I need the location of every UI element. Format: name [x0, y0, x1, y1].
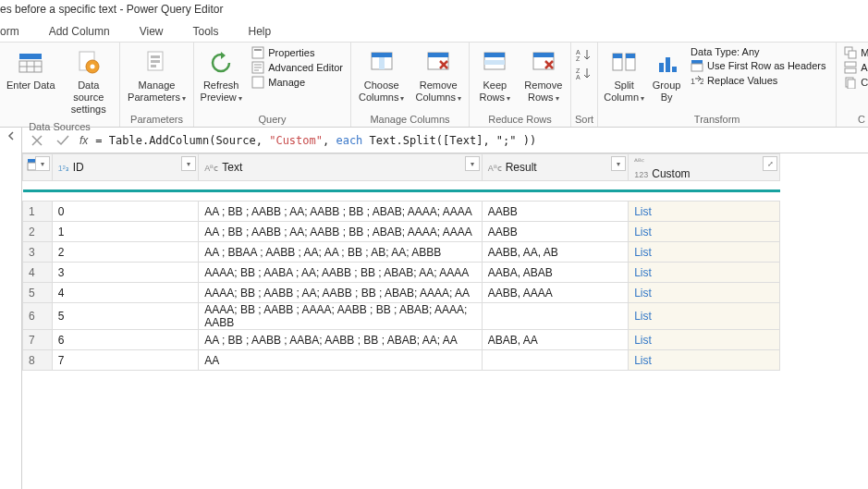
group-by-button[interactable]: Group By [650, 44, 683, 107]
table-row[interactable]: 76AA ; BB ; AABB ; AABA; AABB ; BB ; ABA… [23, 330, 780, 350]
menu-add-column[interactable]: Add Column [49, 25, 110, 38]
data-source-settings-button[interactable]: Data source settings [62, 44, 116, 119]
table-row[interactable]: 10AA ; BB ; AABB ; AA; AABB ; BB ; ABAB;… [23, 202, 780, 222]
keep-rows-button[interactable]: KeepRows [473, 44, 517, 108]
remove-rows-icon [529, 48, 558, 78]
advanced-editor-button[interactable]: Advanced Editor [251, 61, 343, 74]
cell-id[interactable]: 0 [52, 202, 199, 222]
data-type-dropdown[interactable]: Data Type: Any [691, 46, 829, 57]
choose-columns-icon [367, 48, 397, 78]
manage-button[interactable]: Manage [251, 76, 343, 89]
cell-result[interactable]: AABB, AAAA [482, 283, 629, 303]
svg-rect-50 [845, 62, 856, 67]
column-header-custom[interactable]: ᴬᴮᶜ123Custom⤢ [629, 154, 780, 181]
table-row[interactable]: 32AA ; BBAA ; AABB ; AA; AA ; BB ; AB; A… [23, 242, 780, 263]
filter-button[interactable]: ▾ [465, 156, 480, 171]
merge-queries-button[interactable]: Mer [844, 46, 868, 59]
menu-tools[interactable]: Tools [193, 25, 219, 38]
confirm-formula-button[interactable] [54, 131, 72, 150]
column-header-text[interactable]: AᴮᴄText▾ [199, 154, 482, 181]
cell-custom[interactable]: List [629, 242, 780, 263]
row-number[interactable]: 8 [23, 350, 53, 371]
combine-files-button[interactable]: Cor [844, 76, 868, 89]
cell-text[interactable]: AA [199, 350, 482, 371]
menu-transform[interactable]: orm [0, 25, 19, 38]
cell-custom[interactable]: List [629, 350, 780, 371]
table-row[interactable]: 43AAAA; BB ; AABA ; AA; AABB ; BB ; ABAB… [23, 263, 780, 283]
svg-point-7 [90, 65, 94, 69]
cell-id[interactable]: 6 [52, 330, 199, 350]
append-queries-button[interactable]: App [844, 61, 868, 74]
cell-result[interactable] [482, 350, 629, 371]
cell-id[interactable]: 7 [52, 350, 199, 371]
cell-text[interactable]: AAAA; BB ; AABB ; AA; AABB ; BB ; ABAB; … [199, 283, 482, 303]
enter-data-button[interactable]: Enter Data [4, 44, 58, 95]
expand-button[interactable]: ⤢ [763, 156, 777, 171]
column-header-id[interactable]: 1²₃ID▾ [52, 154, 199, 181]
cancel-formula-button[interactable] [28, 131, 46, 150]
svg-text:A: A [576, 74, 581, 80]
table-row[interactable]: 21AA ; BB ; AABB ; AA; AABB ; BB ; ABAB;… [23, 222, 780, 242]
cell-id[interactable]: 1 [52, 222, 199, 242]
properties-button[interactable]: Properties [251, 46, 343, 59]
cell-result[interactable]: AABB [482, 222, 629, 242]
menu-help[interactable]: Help [249, 25, 272, 38]
table-row[interactable]: 87AAList [23, 350, 780, 371]
manage-parameters-button[interactable]: ManageParameters [124, 44, 189, 108]
cell-id[interactable]: 3 [52, 263, 199, 283]
queries-pane-toggle[interactable] [0, 128, 22, 489]
svg-text:Z: Z [576, 55, 581, 62]
row-number[interactable]: 6 [23, 303, 53, 330]
split-column-button[interactable]: SplitColumn [602, 44, 646, 108]
sort-asc-button[interactable]: AZ [576, 48, 593, 63]
cell-id[interactable]: 2 [52, 242, 199, 263]
row-number[interactable]: 5 [23, 283, 53, 303]
table-row[interactable]: 54AAAA; BB ; AABB ; AA; AABB ; BB ; ABAB… [23, 283, 780, 303]
cell-text[interactable]: AA ; BB ; AABB ; AA; AABB ; BB ; ABAB; A… [199, 222, 482, 242]
cell-custom[interactable]: List [629, 283, 780, 303]
formula-input[interactable]: = Table.AddColumn(Source, "Custom", each… [95, 134, 536, 147]
cell-id[interactable]: 5 [52, 303, 199, 330]
parameters-icon [142, 48, 172, 78]
filter-button[interactable]: ▾ [611, 156, 626, 171]
cell-custom[interactable]: List [629, 263, 780, 283]
cell-custom[interactable]: List [629, 303, 780, 330]
row-number[interactable]: 7 [23, 330, 53, 350]
remove-columns-button[interactable]: RemoveColumns [412, 44, 466, 108]
table-row[interactable]: 65AAAA; BB ; AABB ; AAAA; AABB ; BB ; AB… [23, 303, 780, 330]
filter-button[interactable]: ▾ [181, 156, 196, 171]
cell-text[interactable]: AA ; BBAA ; AABB ; AA; AA ; BB ; AB; AA;… [199, 242, 482, 263]
row-number[interactable]: 1 [23, 202, 53, 222]
column-header-result[interactable]: AᴮᴄResult▾ [482, 154, 629, 181]
chevron-down-icon[interactable]: ▾ [35, 156, 50, 171]
remove-rows-button[interactable]: RemoveRows [520, 44, 567, 108]
cell-result[interactable]: ABAB, AA [482, 330, 629, 350]
table-corner[interactable]: ▾ [23, 154, 53, 181]
cell-text[interactable]: AAAA; BB ; AABA ; AA; AABB ; BB ; ABAB; … [199, 263, 482, 283]
refresh-preview-button[interactable]: RefreshPreview [198, 44, 244, 108]
row-number[interactable]: 4 [23, 263, 53, 283]
manage-icon [251, 76, 264, 89]
cell-id[interactable]: 4 [52, 283, 199, 303]
svg-rect-23 [428, 53, 448, 57]
cell-text[interactable]: AA ; BB ; AABB ; AA; AABB ; BB ; ABAB; A… [199, 202, 482, 222]
cell-text[interactable]: AA ; BB ; AABB ; AABA; AABB ; BB ; ABAB;… [199, 330, 482, 350]
cell-result[interactable] [482, 303, 629, 330]
choose-columns-button[interactable]: ChooseColumns [355, 44, 409, 108]
cell-custom[interactable]: List [629, 222, 780, 242]
menu-view[interactable]: View [140, 25, 164, 38]
cell-result[interactable]: AABB, AA, AB [482, 242, 629, 263]
svg-rect-20 [372, 53, 392, 57]
cell-custom[interactable]: List [629, 330, 780, 350]
row-number[interactable]: 3 [23, 242, 53, 263]
cell-custom[interactable]: List [629, 202, 780, 222]
sort-desc-button[interactable]: ZA [576, 67, 593, 81]
replace-values-button[interactable]: 12 Replace Values [691, 74, 829, 87]
group-label-query: Query [198, 112, 347, 125]
cell-result[interactable]: AABA, ABAB [482, 263, 629, 283]
first-row-headers-button[interactable]: Use First Row as Headers [691, 59, 829, 72]
row-number[interactable]: 2 [23, 222, 53, 242]
cell-text[interactable]: AAAA; BB ; AABB ; AAAA; AABB ; BB ; ABAB… [199, 303, 482, 330]
svg-rect-43 [672, 67, 677, 72]
cell-result[interactable]: AABB [482, 202, 629, 222]
